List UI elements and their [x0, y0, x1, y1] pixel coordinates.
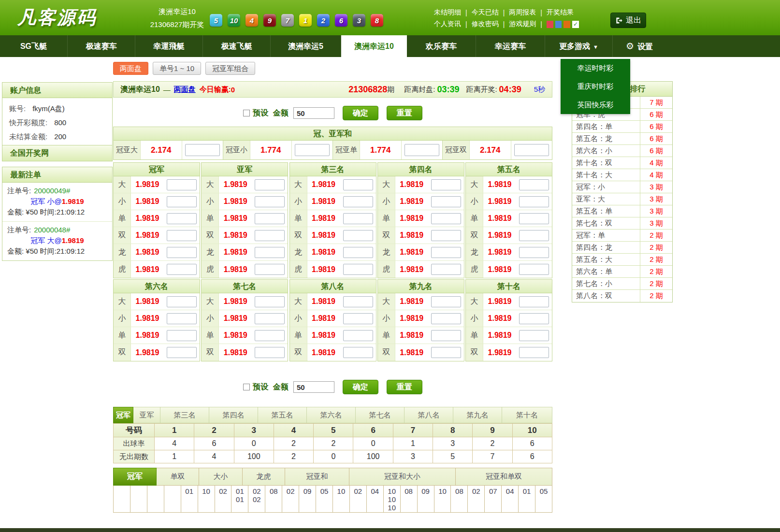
- stats-tab-7[interactable]: 第七名: [356, 407, 404, 423]
- bet-amount-input[interactable]: [167, 264, 197, 275]
- bet-amount-input[interactable]: [255, 264, 285, 275]
- bet-amount-input[interactable]: [431, 296, 461, 307]
- stats-tab-10[interactable]: 第十名: [502, 407, 552, 423]
- bet-amount-input[interactable]: [519, 330, 549, 341]
- roadmap-tab-1[interactable]: 冠军: [113, 468, 157, 486]
- bet-amount-input[interactable]: [255, 296, 285, 307]
- sum-amount-input[interactable]: [514, 144, 549, 156]
- roadmap-tab-5[interactable]: 冠亚和: [285, 468, 349, 486]
- bet-amount-input[interactable]: [431, 347, 461, 358]
- sound-toggle-checkbox[interactable]: ✓: [572, 21, 579, 28]
- bet-amount-input[interactable]: [343, 264, 373, 275]
- bet-amount-input[interactable]: [255, 179, 285, 190]
- bet-amount-input[interactable]: [431, 196, 461, 207]
- bet-amount-input[interactable]: [519, 213, 549, 224]
- bet-amount-input[interactable]: [519, 179, 549, 190]
- header-link[interactable]: 个人资讯: [434, 20, 461, 29]
- bet-amount-input[interactable]: [255, 196, 285, 207]
- bet-amount-input[interactable]: [255, 230, 285, 241]
- dropdown-item-1[interactable]: 幸运时时彩: [561, 59, 630, 77]
- bet-amount-input[interactable]: [519, 264, 549, 275]
- bet-amount-input[interactable]: [519, 196, 549, 207]
- bet-amount-input[interactable]: [519, 296, 549, 307]
- nav-item-3[interactable]: 幸運飛艇: [135, 35, 203, 57]
- nav-item-4[interactable]: 极速飞艇: [203, 35, 271, 57]
- dropdown-item-3[interactable]: 英国快乐彩: [561, 96, 630, 114]
- stats-tab-5[interactable]: 第五名: [258, 407, 307, 423]
- bet-amount-input[interactable]: [167, 247, 197, 258]
- header-link[interactable]: 今天已结: [472, 8, 499, 17]
- dropdown-item-2[interactable]: 重庆时时彩: [561, 77, 630, 96]
- bet-amount-input[interactable]: [343, 330, 373, 341]
- confirm-button[interactable]: 确定: [343, 380, 378, 394]
- nav-item-8[interactable]: 幸运赛车: [476, 35, 545, 57]
- bet-amount-input[interactable]: [343, 347, 373, 358]
- stats-tab-4[interactable]: 第四名: [209, 407, 258, 423]
- bet-amount-input[interactable]: [519, 230, 549, 241]
- bet-amount-input[interactable]: [343, 230, 373, 241]
- bet-amount-input[interactable]: [167, 230, 197, 241]
- bet-amount-input[interactable]: [343, 313, 373, 324]
- bet-amount-input[interactable]: [167, 179, 197, 190]
- bet-amount-input[interactable]: [343, 296, 373, 307]
- header-link[interactable]: 两周报表: [509, 8, 536, 17]
- stats-tab-2[interactable]: 亚军: [133, 407, 160, 423]
- bet-amount-input[interactable]: [255, 347, 285, 358]
- stats-tab-3[interactable]: 第三名: [160, 407, 209, 423]
- bet-amount-input[interactable]: [431, 230, 461, 241]
- roadmap-tab-3[interactable]: 大小: [199, 468, 243, 486]
- bet-amount-input[interactable]: [343, 179, 373, 190]
- info-refresh-link[interactable]: 5秒: [534, 85, 545, 94]
- preset-checkbox[interactable]: [243, 110, 250, 116]
- reset-button[interactable]: 重置: [387, 380, 422, 394]
- bet-amount-input[interactable]: [431, 213, 461, 224]
- stats-tab-6[interactable]: 第六名: [307, 407, 356, 423]
- preset-amount-input[interactable]: [293, 107, 334, 119]
- stats-tab-8[interactable]: 第八名: [404, 407, 453, 423]
- bet-amount-input[interactable]: [343, 247, 373, 258]
- sum-amount-input[interactable]: [185, 144, 220, 156]
- preset-amount-input[interactable]: [293, 381, 334, 393]
- nav-item-1[interactable]: SG飞艇: [0, 35, 68, 57]
- play-mode-tab-1[interactable]: 两面盘: [113, 62, 148, 75]
- bet-amount-input[interactable]: [343, 196, 373, 207]
- bet-amount-input[interactable]: [167, 213, 197, 224]
- bet-amount-input[interactable]: [167, 313, 197, 324]
- bet-amount-input[interactable]: [255, 247, 285, 258]
- preset-checkbox[interactable]: [243, 384, 250, 390]
- header-link[interactable]: 游戏规则: [509, 20, 536, 29]
- nav-item-5[interactable]: 澳洲幸运5: [271, 35, 341, 57]
- header-link[interactable]: 修改密码: [472, 20, 499, 29]
- roadmap-tab-4[interactable]: 龙虎: [243, 468, 285, 486]
- bet-amount-input[interactable]: [167, 196, 197, 207]
- bet-amount-input[interactable]: [431, 247, 461, 258]
- roadmap-tab-6[interactable]: 冠亚和大小: [349, 468, 456, 486]
- bet-amount-input[interactable]: [255, 330, 285, 341]
- bet-amount-input[interactable]: [431, 264, 461, 275]
- bet-amount-input[interactable]: [167, 296, 197, 307]
- sum-amount-input[interactable]: [295, 144, 330, 156]
- roadmap-tab-2[interactable]: 单双: [157, 468, 199, 486]
- bet-amount-input[interactable]: [167, 347, 197, 358]
- bet-amount-input[interactable]: [519, 347, 549, 358]
- header-link[interactable]: 未结明细: [434, 8, 461, 17]
- nav-item-2[interactable]: 极速赛车: [68, 35, 135, 57]
- confirm-button[interactable]: 确定: [343, 106, 378, 120]
- header-link[interactable]: 开奖结果: [547, 8, 574, 17]
- play-mode-tab-2[interactable]: 单号1 ~ 10: [153, 62, 201, 75]
- reset-button[interactable]: 重置: [387, 106, 422, 120]
- bet-amount-input[interactable]: [343, 213, 373, 224]
- info-mode-link[interactable]: 两面盘: [174, 85, 196, 94]
- bet-amount-input[interactable]: [431, 330, 461, 341]
- bet-amount-input[interactable]: [431, 313, 461, 324]
- nav-item-6[interactable]: 澳洲幸运10: [341, 35, 407, 57]
- bet-amount-input[interactable]: [255, 313, 285, 324]
- roadmap-tab-7[interactable]: 冠亚和单双: [456, 468, 552, 486]
- bet-amount-input[interactable]: [255, 213, 285, 224]
- sum-amount-input[interactable]: [404, 144, 439, 156]
- nav-item-settings[interactable]: ⚙设置: [613, 35, 666, 57]
- national-lottery-link[interactable]: 全国开奖网: [2, 145, 112, 161]
- nav-item-more-games[interactable]: 更多游戏▼: [545, 35, 613, 57]
- bet-amount-input[interactable]: [167, 330, 197, 341]
- bet-amount-input[interactable]: [431, 179, 461, 190]
